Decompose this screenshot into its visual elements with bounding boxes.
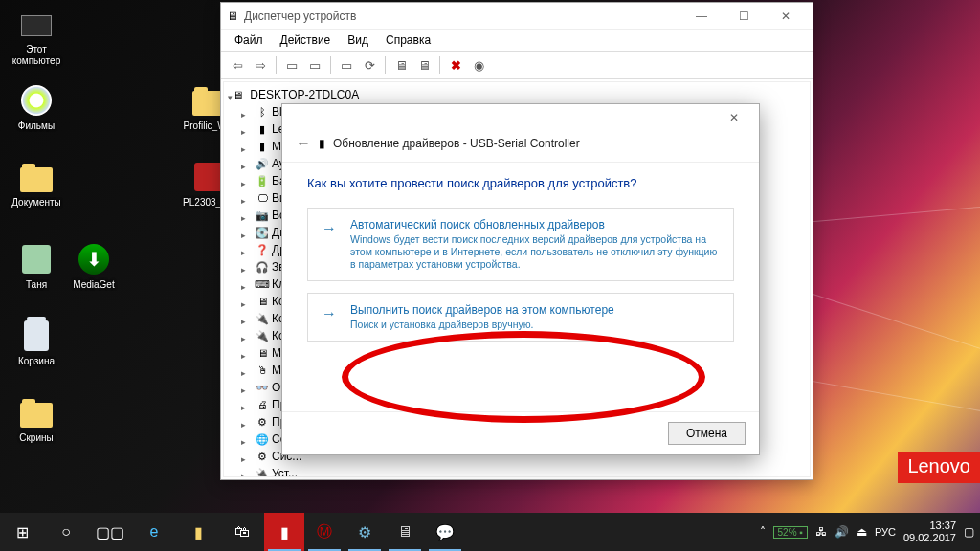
device-category-icon: 🖥 [255, 293, 270, 310]
device-category-icon: 📷 [255, 207, 270, 224]
app-icon: 🖥 [227, 10, 238, 23]
device-category-icon: 🌐 [255, 430, 270, 448]
back-button[interactable]: ⇦ [227, 55, 248, 76]
folder-icon [20, 167, 53, 192]
expand-icon[interactable]: ▸ [241, 296, 251, 305]
store-app[interactable]: 🛍 [220, 523, 264, 540]
desktop-icon-screenshots[interactable]: Скрины [8, 396, 65, 444]
wizard-title: Обновление драйверов - USB-Serial Contro… [333, 137, 580, 150]
expand-icon[interactable]: ▸ [241, 261, 251, 271]
device-category-icon: 🖥 [255, 344, 270, 362]
forward-button[interactable]: ⇨ [250, 55, 271, 76]
titlebar[interactable]: 🖥 Диспетчер устройств — ☐ ✕ [221, 3, 813, 30]
clock[interactable]: 13:37 09.02.2017 [903, 519, 956, 544]
cancel-button[interactable]: Отмена [668, 422, 746, 445]
collapse-icon[interactable]: ▾ [228, 89, 237, 99]
taskbar-app[interactable]: ▮ [264, 513, 304, 551]
lenovo-logo: Lenovo [898, 452, 980, 483]
desktop-icon-trash[interactable]: Корзина [8, 320, 65, 367]
desktop-icon-label: Корзина [8, 356, 65, 367]
expand-icon[interactable]: ▸ [241, 382, 251, 391]
usb-icon[interactable]: ⏏ [857, 525, 867, 539]
device-icon: ▮ [319, 137, 325, 150]
expand-icon[interactable]: ▸ [241, 313, 251, 322]
arrow-right-icon: → [322, 220, 337, 237]
device-category-icon: 🔌 [255, 465, 270, 477]
expand-icon[interactable]: ▸ [241, 468, 251, 477]
menu-file[interactable]: Файл [227, 32, 271, 49]
start-button[interactable]: ⊞ [0, 523, 44, 541]
expand-icon[interactable]: ▸ [241, 192, 251, 202]
maximize-button[interactable]: ☐ [723, 3, 765, 30]
task-view-button[interactable]: ▢▢ [88, 523, 132, 541]
expand-icon[interactable]: ▸ [241, 399, 251, 408]
option-auto-search[interactable]: → Автоматический поиск обновленных драйв… [307, 208, 734, 281]
taskbar-app-devmgr[interactable]: 🖥 [385, 513, 425, 551]
expand-icon[interactable]: ▸ [241, 244, 251, 253]
driver-update-wizard: ✕ ← ▮ Обновление драйверов - USB-Serial … [281, 103, 760, 455]
desktop-icon-user[interactable]: Таня [8, 243, 65, 291]
desktop-icon-documents[interactable]: Документы [8, 161, 65, 209]
expand-icon[interactable]: ▸ [241, 364, 251, 374]
wizard-question: Как вы хотите провести поиск драйверов д… [307, 176, 734, 190]
taskbar-app[interactable]: ⚙ [345, 513, 385, 551]
wizard-back-button[interactable]: ← [296, 135, 311, 152]
taskbar-app[interactable]: 💬 [425, 513, 465, 551]
expand-icon[interactable]: ▸ [241, 106, 251, 116]
toolbar-btn[interactable]: 🖥 [413, 55, 434, 76]
edge-app[interactable]: e [132, 523, 176, 540]
expand-icon[interactable]: ▸ [241, 227, 251, 236]
desktop-icon-mediaget[interactable]: ⬇ MediaGet [65, 243, 122, 291]
minimize-button[interactable]: — [680, 3, 723, 30]
explorer-app[interactable]: ▮ [176, 523, 220, 541]
expand-icon[interactable]: ▸ [241, 416, 251, 426]
desktop-icon-label: Этоткомпьютер [8, 44, 65, 67]
search-button[interactable]: ○ [44, 523, 88, 540]
menu-help[interactable]: Справка [378, 32, 438, 49]
taskbar-app-mcafee[interactable]: Ⓜ [304, 513, 345, 551]
desktop-icon-movies[interactable]: Фильмы [8, 84, 65, 132]
toolbar-btn[interactable]: 🖥 [390, 55, 412, 76]
tray-up-icon[interactable]: ˄ [760, 525, 766, 539]
device-category-icon: 👓 [255, 379, 270, 396]
device-category-icon: ▮ [255, 138, 270, 155]
clock-date: 09.02.2017 [903, 532, 956, 544]
tree-root[interactable]: ▾ 🖥 DESKTOP-2TDLC0A [226, 86, 806, 103]
desktop-icon-label: Скрины [8, 432, 65, 444]
expand-icon[interactable]: ▸ [241, 158, 251, 167]
scan-button[interactable]: ◉ [468, 55, 489, 76]
expand-icon[interactable]: ▸ [241, 347, 251, 357]
trash-icon [24, 320, 49, 351]
expand-icon[interactable]: ▸ [241, 175, 251, 185]
volume-icon[interactable]: 🔊 [835, 525, 849, 539]
expand-icon[interactable]: ▸ [241, 330, 251, 340]
uninstall-button[interactable]: ✖ [445, 55, 466, 76]
toolbar-btn[interactable]: ▭ [336, 55, 357, 76]
taskbar: ⊞ ○ ▢▢ e ▮ 🛍 ▮ Ⓜ ⚙ 🖥 💬 ˄ 52% ▪ 🖧 🔊 ⏏ РУС… [0, 513, 980, 551]
desktop-icon-this-pc[interactable]: Этоткомпьютер [8, 8, 65, 67]
wizard-close-button[interactable]: ✕ [713, 105, 755, 130]
menubar: Файл Действие Вид Справка [221, 30, 813, 52]
expand-icon[interactable]: ▸ [241, 141, 251, 150]
menu-action[interactable]: Действие [273, 32, 339, 49]
user-icon [22, 245, 51, 274]
network-icon[interactable]: 🖧 [815, 525, 827, 539]
toolbar-btn[interactable]: ▭ [304, 55, 325, 76]
menu-view[interactable]: Вид [340, 32, 376, 49]
desktop-icon-label: Документы [8, 197, 65, 209]
expand-icon[interactable]: ▸ [241, 278, 251, 288]
action-center-icon[interactable]: ▢ [964, 525, 974, 539]
tree-node[interactable]: ▸🔌Уст... [226, 465, 806, 477]
close-button[interactable]: ✕ [765, 3, 807, 30]
refresh-button[interactable]: ⟳ [359, 55, 380, 76]
expand-icon[interactable]: ▸ [241, 451, 251, 460]
expand-icon[interactable]: ▸ [241, 123, 251, 133]
device-category-icon: ❓ [255, 241, 270, 258]
expand-icon[interactable]: ▸ [241, 209, 251, 219]
language-indicator[interactable]: РУС [875, 526, 896, 538]
battery-indicator[interactable]: 52% ▪ [773, 526, 808, 539]
option-browse-computer[interactable]: → Выполнить поиск драйверов на этом комп… [307, 293, 734, 342]
disc-icon [21, 85, 52, 116]
expand-icon[interactable]: ▸ [241, 433, 251, 443]
toolbar-btn[interactable]: ▭ [281, 55, 302, 76]
